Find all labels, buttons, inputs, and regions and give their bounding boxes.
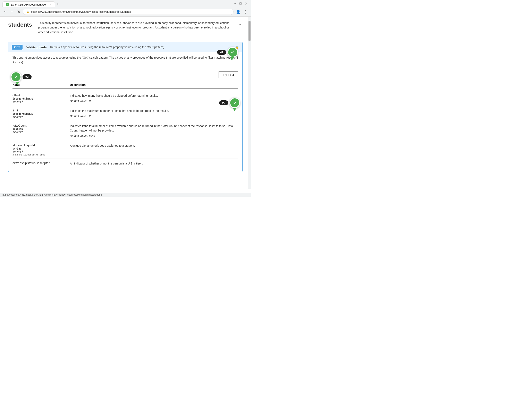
param-description: A unique alphanumeric code assigned to a… — [70, 144, 135, 147]
param-description-col: Indicates the maximum number of items th… — [70, 109, 238, 119]
annotation-badge-1: #1 — [217, 50, 226, 55]
table-row: citizenshipStatusDescriptor An indicator… — [12, 159, 238, 168]
status-bar: https://localhost/v311/docs/index.html?u… — [0, 193, 251, 197]
annotation-2: #2 — [11, 72, 32, 85]
annotation-check-1 — [227, 47, 238, 57]
param-description-col: Indicates if the total number of items a… — [70, 124, 238, 138]
endpoint-summary: Retrieves specific resources using the r… — [50, 46, 232, 49]
tab-title: Ed-Fi ODS API Documentation — [11, 3, 47, 6]
new-tab-button[interactable]: + — [55, 1, 61, 7]
param-description: An indicator of whether or not the perso… — [70, 162, 143, 165]
method-badge: GET — [12, 45, 23, 50]
param-name-col: studentUniqueId string (query) x-Ed-Fi-i… — [12, 143, 70, 156]
param-description: Indicates the maximum number of items th… — [70, 109, 169, 113]
endpoint-block: GET /ed-fi/students Retrieves specific r… — [8, 42, 243, 172]
forward-button[interactable]: → — [10, 9, 15, 15]
students-header: students This entity represents an indiv… — [8, 21, 243, 38]
table-row: limit integer($int32) (query) Indicates … — [12, 106, 238, 121]
param-name: totalCount — [12, 124, 70, 127]
url-text: localhost/v311/docs/index.html?urls.prim… — [30, 10, 131, 13]
collapse-button[interactable]: ⌄ — [238, 21, 243, 27]
svg-point-1 — [230, 50, 235, 55]
parameters-table: Name Description offset integer($int32) … — [12, 82, 238, 168]
table-row: offset integer($int32) (query) Indicates… — [12, 91, 238, 106]
scrollbar-thumb[interactable] — [248, 21, 251, 41]
close-icon[interactable]: ✕ — [245, 2, 247, 6]
param-location: (query) — [12, 115, 70, 118]
param-name: studentUniqueId — [12, 143, 70, 147]
param-name: offset — [12, 94, 70, 97]
param-location: (query) — [12, 100, 70, 103]
annotation-badge-2: #2 — [23, 74, 32, 79]
page-content: students This entity represents an indiv… — [0, 17, 251, 189]
param-name-col: offset integer($int32) (query) — [12, 94, 70, 103]
param-location: (query) — [12, 131, 70, 133]
param-type: integer($int32) — [12, 97, 70, 100]
endpoint-path: /ed-fi/students — [26, 46, 47, 49]
svg-point-2 — [14, 74, 19, 79]
status-url: https://localhost/v311/docs/index.html?u… — [2, 193, 102, 196]
active-tab[interactable]: Ed-Fi ODS API Documentation ✕ — [2, 1, 55, 7]
annotation-pointer-3 — [233, 108, 237, 111]
profile-button[interactable]: 👤 — [235, 9, 241, 15]
annotation-1: #1 — [217, 47, 238, 60]
param-description: Indicates if the total number of items a… — [70, 124, 234, 132]
menu-button[interactable]: ⋮ — [243, 9, 248, 15]
try-it-out-button[interactable]: Try it out — [218, 71, 238, 78]
param-description: Indicates how many items should be skipp… — [70, 94, 158, 97]
refresh-button[interactable]: ↻ — [16, 9, 21, 15]
maximize-icon[interactable]: □ — [239, 2, 242, 6]
param-description-col: A unique alphanumeric code assigned to a… — [70, 143, 238, 148]
minimize-icon[interactable]: – — [234, 2, 236, 6]
endpoint-header[interactable]: GET /ed-fi/students Retrieves specific r… — [8, 42, 242, 52]
tab-favicon — [6, 3, 9, 6]
param-type: boolean — [12, 128, 70, 131]
section-title: students — [8, 21, 32, 28]
param-name: citizenshipStatusDescriptor — [12, 161, 70, 165]
table-row: studentUniqueId string (query) x-Ed-Fi-i… — [12, 141, 238, 159]
table-row: totalCount boolean (query) Indicates if … — [12, 121, 238, 141]
param-type: string — [12, 147, 70, 150]
param-name-col: totalCount boolean (query) — [12, 124, 70, 133]
address-bar: ← → ↻ 🔒 localhost/v311/docs/index.html?u… — [0, 7, 251, 16]
parameters-header: Parameters Try it out — [12, 71, 238, 78]
param-description-col: Indicates how many items should be skipp… — [70, 94, 238, 104]
parameters-section: Parameters Try it out Name Description o… — [8, 68, 242, 172]
section-description: This entity represents an individual for… — [38, 21, 231, 34]
window-controls: – □ ✕ — [234, 2, 247, 6]
endpoint-description: This operation provides access to resour… — [8, 52, 242, 68]
annotation-pointer-1 — [230, 57, 234, 60]
table-header: Name Description — [12, 82, 238, 88]
col-header-description: Description — [70, 83, 238, 86]
param-default: Default value : 0 — [70, 99, 238, 103]
annotation-3: #3 — [219, 97, 240, 111]
param-type: integer($int32) — [12, 113, 70, 115]
lock-icon: 🔒 — [26, 10, 29, 13]
param-extra: x-Ed-Fi-isIdentity: true — [12, 153, 70, 156]
svg-point-3 — [232, 100, 237, 105]
param-default: Default value : false — [70, 133, 238, 138]
annotation-check-2 — [11, 72, 21, 82]
param-description-col: An indicator of whether or not the perso… — [70, 161, 238, 166]
param-name-col: citizenshipStatusDescriptor — [12, 161, 70, 165]
url-bar[interactable]: 🔒 localhost/v311/docs/index.html?urls.pr… — [23, 9, 234, 15]
annotation-badge-3: #3 — [219, 100, 228, 105]
annotation-pointer-2 — [15, 82, 19, 85]
param-name: limit — [12, 109, 70, 112]
param-location: (query) — [12, 150, 70, 153]
back-button[interactable]: ← — [2, 9, 8, 15]
param-name-col: limit integer($int32) (query) — [12, 109, 70, 118]
tab-bar: Ed-Fi ODS API Documentation ✕ + — [0, 0, 251, 7]
annotation-check-3 — [229, 97, 240, 108]
scrollbar[interactable] — [248, 17, 251, 189]
param-default: Default value : 25 — [70, 114, 238, 118]
tab-close-button[interactable]: ✕ — [49, 3, 51, 6]
